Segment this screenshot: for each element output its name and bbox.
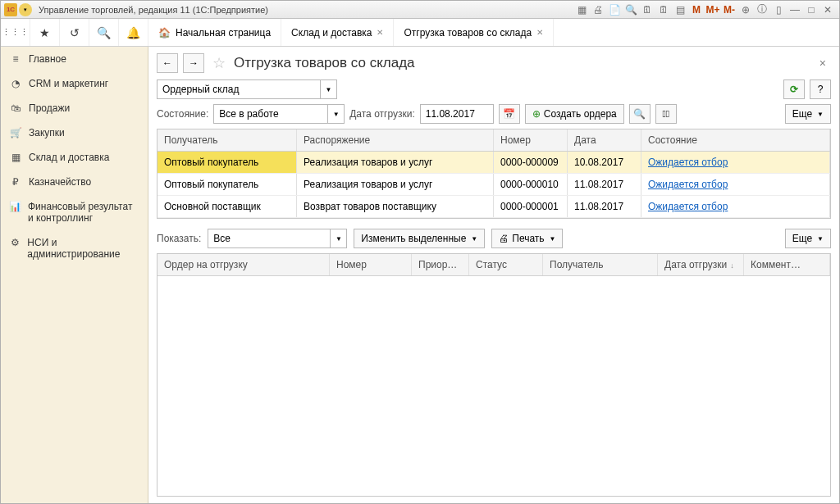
sidebar-item-treasury[interactable]: ₽Казначейство: [1, 170, 148, 194]
nav-back-button[interactable]: ←: [157, 53, 178, 73]
cell-recipient: Оптовый покупатель: [158, 152, 297, 173]
search-icon[interactable]: 🔍: [89, 19, 119, 46]
find-button[interactable]: 🔍: [629, 104, 651, 124]
history-icon[interactable]: ↺: [60, 19, 89, 46]
sidebar-item-purchases[interactable]: 🛒Закупки: [1, 120, 148, 145]
cell-disposition: Возврат товаров поставщику: [297, 196, 494, 217]
cell-number: 0000-000009: [494, 152, 568, 173]
close-icon[interactable]: ✕: [377, 28, 383, 37]
create-orders-label: Создать ордера: [544, 108, 617, 120]
state-link[interactable]: Ожидается отбор: [648, 201, 728, 212]
sidebar-item-crm[interactable]: ◔CRM и маркетинг: [1, 71, 148, 96]
table-row[interactable]: Основной поставщикВозврат товаров постав…: [158, 196, 830, 218]
state-link[interactable]: Ожидается отбор: [648, 157, 728, 168]
toolbar-table-icon[interactable]: ▤: [672, 2, 688, 17]
table-row[interactable]: Оптовый покупательРеализация товаров и у…: [158, 174, 830, 196]
nav-forward-button[interactable]: →: [183, 53, 204, 73]
sidebar-item-label: Казначейство: [29, 176, 91, 188]
tab-shipment[interactable]: Отгрузка товаров со склада ✕: [394, 19, 554, 46]
chevron-down-icon[interactable]: ▼: [327, 105, 344, 123]
sidebar-item-label: Продажи: [29, 102, 70, 114]
sidebar-item-admin[interactable]: ⚙НСИ и администрирование: [1, 230, 148, 266]
maximize-button[interactable]: □: [803, 2, 819, 17]
create-orders-button[interactable]: ⊕ Создать ордера: [525, 104, 624, 124]
pie-icon: ◔: [9, 78, 22, 89]
cell-disposition: Реализация товаров и услуг: [297, 174, 494, 195]
col-order[interactable]: Ордер на отгрузку: [158, 254, 330, 275]
close-icon[interactable]: ✕: [536, 28, 543, 37]
col-priority[interactable]: Приоритет: [412, 254, 469, 275]
m-button[interactable]: M: [688, 2, 705, 17]
orders-table: Ордер на отгрузку Номер Приоритет Статус…: [157, 253, 831, 497]
sidebar-item-warehouse[interactable]: ▦Склад и доставка: [1, 145, 148, 170]
cart-icon: 🛒: [9, 127, 22, 138]
state-select[interactable]: Все в работе ▼: [213, 104, 345, 124]
m-plus-button[interactable]: M+: [705, 2, 721, 17]
col-status[interactable]: Статус: [469, 254, 543, 275]
toolbar-cal-icon[interactable]: 🗓: [655, 2, 672, 17]
sidebar-item-sales[interactable]: 🛍Продажи: [1, 96, 148, 120]
page-close-button[interactable]: ×: [815, 55, 831, 71]
favorite-star-icon[interactable]: ☆: [212, 54, 226, 72]
cell-state: Ожидается отбор: [641, 174, 830, 195]
window-titlebar: 1C ▾ Управление торговлей, редакция 11 (…: [1, 1, 839, 19]
toolbar-panel-icon[interactable]: ▯: [770, 2, 787, 17]
cell-recipient: Оптовый покупатель: [158, 174, 297, 195]
close-button[interactable]: ✕: [819, 2, 836, 17]
cell-date: 11.08.2017: [568, 174, 641, 195]
toolbar-info-icon[interactable]: ⓘ: [754, 2, 770, 17]
state-link[interactable]: Ожидается отбор: [648, 179, 728, 190]
show-label: Показать:: [157, 233, 201, 244]
col-recipient[interactable]: Получатель: [543, 254, 658, 275]
favorite-icon[interactable]: ★: [30, 19, 60, 46]
col-date[interactable]: Дата: [568, 129, 641, 151]
col-number[interactable]: Номер: [330, 254, 412, 275]
tab-warehouse[interactable]: Склад и доставка ✕: [281, 19, 394, 46]
more-label: Еще: [792, 108, 812, 120]
col-comment[interactable]: Коммент…: [744, 254, 830, 275]
more-button[interactable]: Еще ▼: [785, 104, 831, 124]
notifications-icon[interactable]: 🔔: [119, 19, 148, 46]
toolbar-print-icon[interactable]: 🖨: [590, 2, 606, 17]
minimize-button[interactable]: —: [787, 2, 803, 17]
toolbar-plus-icon[interactable]: ⊕: [737, 2, 754, 17]
refresh-button[interactable]: ⟳: [783, 79, 805, 99]
refresh-icon: ⟳: [790, 84, 798, 95]
table-row[interactable]: Оптовый покупательРеализация товаров и у…: [158, 152, 830, 174]
apps-icon[interactable]: ⋮⋮⋮: [1, 19, 30, 46]
tab-home[interactable]: 🏠 Начальная страница: [148, 19, 281, 46]
warehouse-select[interactable]: Ордерный склад ▼: [157, 79, 337, 99]
tab-shipment-label: Отгрузка товаров со склада: [404, 27, 532, 39]
print-button[interactable]: 🖨 Печать ▼: [491, 229, 563, 248]
col-ship-date[interactable]: Дата отгрузки↓: [658, 254, 744, 275]
date-picker-button[interactable]: 📅: [499, 104, 520, 124]
edit-selected-button[interactable]: Изменить выделенные ▼: [354, 229, 485, 248]
cell-date: 11.08.2017: [568, 196, 641, 217]
chevron-down-icon[interactable]: ▼: [320, 80, 336, 98]
sidebar: ≡Главное ◔CRM и маркетинг 🛍Продажи 🛒Заку…: [1, 47, 148, 503]
toolbar-grid-icon[interactable]: ▦: [573, 2, 590, 17]
lower-more-button[interactable]: Еще ▼: [785, 229, 831, 248]
toolbar-doc-icon[interactable]: 📄: [606, 2, 623, 17]
edit-selected-label: Изменить выделенные: [361, 233, 466, 244]
date-input[interactable]: 11.08.2017: [420, 104, 494, 124]
col-recipient[interactable]: Получатель: [158, 129, 297, 151]
col-state[interactable]: Состояние: [641, 129, 830, 151]
col-disposition[interactable]: Распоряжение: [297, 129, 494, 151]
show-select[interactable]: Все ▼: [208, 229, 347, 248]
sidebar-item-finance[interactable]: 📊Финансовый результат и контроллинг: [1, 194, 148, 230]
clear-find-button[interactable]: 🔍⃠: [655, 104, 677, 124]
toolbar-calc-icon[interactable]: 🗓: [639, 2, 655, 17]
chevron-down-icon: ▼: [817, 111, 824, 118]
m-minus-button[interactable]: M-: [721, 2, 737, 17]
sort-down-icon: ↓: [730, 261, 734, 270]
cell-disposition: Реализация товаров и услуг: [297, 152, 494, 173]
window-title: Управление торговлей, редакция 11 (1С:Пр…: [39, 5, 268, 15]
help-button[interactable]: ?: [810, 79, 831, 99]
app-dropdown-icon[interactable]: ▾: [19, 3, 32, 16]
sidebar-item-main[interactable]: ≡Главное: [1, 47, 148, 71]
chevron-down-icon: ▼: [471, 235, 477, 243]
col-number[interactable]: Номер: [494, 129, 568, 151]
chevron-down-icon[interactable]: ▼: [330, 229, 346, 247]
toolbar-search-icon[interactable]: 🔍: [623, 2, 639, 17]
